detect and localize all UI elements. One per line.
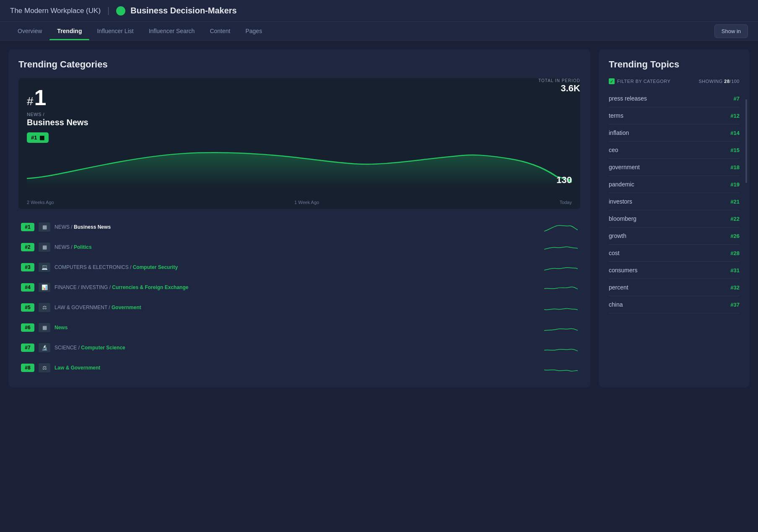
rank-hash-symbol: #: [27, 95, 34, 108]
topic-name: pandemic: [609, 181, 634, 188]
category-row-7[interactable]: #7 🔬 SCIENCE / Computer Science: [18, 338, 580, 357]
rank-pill-2: #2: [21, 243, 34, 251]
topic-row-growth[interactable]: growth #26: [609, 227, 740, 245]
topic-row-inflation[interactable]: inflation #14: [609, 124, 740, 142]
cat-meta-7: SCIENCE / Computer Science: [55, 345, 540, 351]
category-row-6[interactable]: #6 ▦ News: [18, 318, 580, 337]
topic-rank: #32: [730, 284, 740, 291]
topic-row-government[interactable]: government #18: [609, 159, 740, 176]
nav-item-influencer-search[interactable]: Influencer Search: [141, 22, 202, 40]
topic-row-china[interactable]: china #37: [609, 296, 740, 313]
topics-title: Trending Topics: [609, 59, 740, 70]
mini-chart-3: [544, 261, 578, 274]
topic-row-terms[interactable]: terms #12: [609, 107, 740, 124]
nav-item-content[interactable]: Content: [202, 22, 238, 40]
mini-chart-4: [544, 281, 578, 294]
badge-label: #1: [31, 134, 37, 141]
filter-by-category-checkbox[interactable]: ✓ FILTER BY CATEGORY: [609, 78, 670, 84]
time-label-one-week: 1 Week Ago: [294, 200, 319, 205]
status-dot: [116, 6, 125, 15]
category-row-1[interactable]: #1 ▦ NEWS / Business News: [18, 217, 580, 237]
nav-items: Overview Trending Influencer List Influe…: [10, 22, 714, 40]
nav-item-overview[interactable]: Overview: [10, 22, 49, 40]
topic-row-investors[interactable]: investors #21: [609, 193, 740, 210]
mini-chart-7: [544, 341, 578, 354]
featured-category-path: NEWS /: [27, 112, 88, 117]
rank-pill-5: #5: [21, 303, 34, 312]
topic-rank: #26: [730, 233, 740, 239]
workspace-title: The Modern Workplace (UK): [10, 7, 101, 15]
trending-categories-panel: Trending Categories # 1 NEWS / Business …: [8, 49, 590, 387]
featured-rank-number: 1: [34, 87, 47, 108]
cat-icon-5: ⚖: [39, 303, 50, 312]
topic-row-cost[interactable]: cost #28: [609, 245, 740, 262]
cat-icon-3: 💻: [39, 263, 50, 272]
showing-current: 28: [724, 79, 729, 84]
cat-icon-1: ▦: [39, 222, 50, 232]
mini-chart-1: [544, 221, 578, 233]
today-value: 130: [556, 175, 572, 186]
featured-category-card: # 1 NEWS / Business News #1 ▦ TOTAL IN P…: [18, 78, 580, 209]
cat-meta-4: FINANCE / INVESTING / Currencies & Forei…: [55, 284, 540, 290]
topic-name: cost: [609, 250, 620, 256]
brand-title: Business Decision-Makers: [130, 6, 236, 15]
trend-chart-svg: [27, 147, 572, 185]
mini-chart-8: [544, 362, 578, 374]
featured-rank-badge: #1 ▦: [27, 132, 49, 143]
topic-rank: #31: [730, 267, 740, 274]
featured-category-name: Business News: [27, 118, 88, 127]
rank-pill-4: #4: [21, 283, 34, 292]
trending-topics-panel: Trending Topics ✓ FILTER BY CATEGORY SHO…: [599, 49, 750, 387]
rank-pill-3: #3: [21, 263, 34, 271]
mini-chart-2: [544, 241, 578, 253]
mini-chart-5: [544, 301, 578, 314]
nav-item-trending[interactable]: Trending: [49, 22, 89, 40]
show-in-button[interactable]: Show in: [714, 24, 748, 38]
cat-icon-2: ▦: [39, 243, 50, 252]
main-content: Trending Categories # 1 NEWS / Business …: [0, 41, 758, 396]
total-in-period-label: TOTAL IN PERIOD: [538, 78, 580, 83]
category-row-2[interactable]: #2 ▦ NEWS / Politics: [18, 238, 580, 257]
cat-meta-8: Law & Government: [55, 365, 540, 371]
topic-rank: #15: [730, 147, 740, 153]
topic-row-ceo[interactable]: ceo #15: [609, 142, 740, 159]
topic-row-press-releases[interactable]: press releases #7: [609, 90, 740, 107]
category-row-8[interactable]: #8 ⚖ Law & Government: [18, 358, 580, 377]
nav-item-pages[interactable]: Pages: [238, 22, 270, 40]
mini-chart-6: [544, 321, 578, 334]
checkbox-check: ✓: [609, 78, 615, 84]
cat-meta-2: NEWS / Politics: [55, 244, 540, 250]
featured-chart-area: 130: [27, 147, 572, 197]
topic-rank: #37: [730, 302, 740, 308]
topic-rank: #12: [730, 113, 740, 119]
topic-rank: #21: [730, 199, 740, 205]
showing-total: /100: [730, 79, 740, 84]
cat-icon-8: ⚖: [39, 363, 50, 372]
nav-bar: Overview Trending Influencer List Influe…: [0, 22, 758, 41]
rank-pill-1: #1: [21, 223, 34, 231]
topic-rank: #18: [730, 164, 740, 170]
topic-rank: #22: [730, 216, 740, 222]
nav-item-influencer-list[interactable]: Influencer List: [89, 22, 141, 40]
category-row-5[interactable]: #5 ⚖ LAW & GOVERNMENT / Government: [18, 298, 580, 317]
topic-name: government: [609, 164, 640, 170]
topic-name: terms: [609, 112, 623, 119]
cat-meta-6: News: [55, 325, 540, 331]
category-row-3[interactable]: #3 💻 COMPUTERS & ELECTRONICS / Computer …: [18, 258, 580, 277]
topic-row-percent[interactable]: percent #32: [609, 279, 740, 296]
topic-name: consumers: [609, 267, 637, 274]
rank-pill-8: #8: [21, 364, 34, 372]
topic-row-consumers[interactable]: consumers #31: [609, 262, 740, 279]
topic-name: bloomberg: [609, 215, 636, 222]
rank-pill-7: #7: [21, 343, 34, 352]
topic-rank: #7: [734, 96, 740, 102]
cat-meta-3: COMPUTERS & ELECTRONICS / Computer Secur…: [55, 264, 540, 270]
cat-meta-5: LAW & GOVERNMENT / Government: [55, 305, 540, 310]
badge-icon: ▦: [39, 134, 44, 141]
topic-row-pandemic[interactable]: pandemic #19: [609, 176, 740, 193]
category-row-4[interactable]: #4 📊 FINANCE / INVESTING / Currencies & …: [18, 278, 580, 297]
topic-name: percent: [609, 284, 628, 291]
header-divider: |: [107, 6, 109, 15]
topic-row-bloomberg[interactable]: bloomberg #22: [609, 210, 740, 227]
topic-rank: #19: [730, 181, 740, 188]
